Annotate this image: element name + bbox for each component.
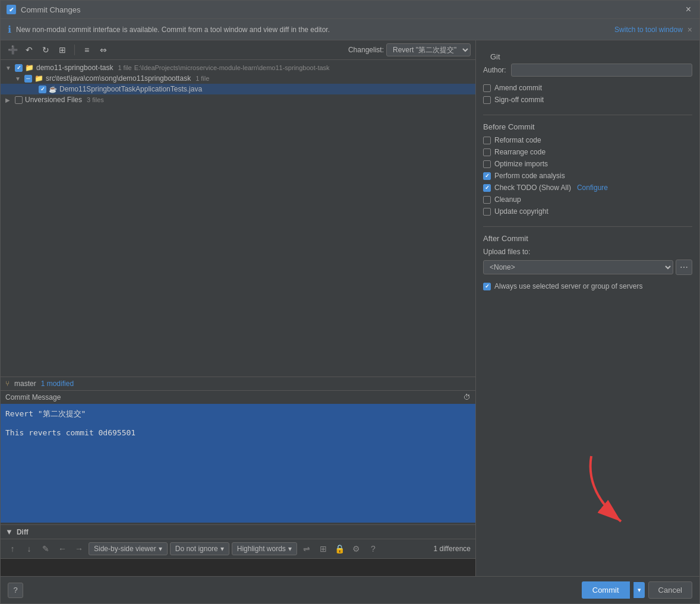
tree-item-file[interactable]: ☕ Demo11SpringbootTaskApplicationTests.j… [1,84,475,94]
amend-commit-checkbox[interactable] [483,84,491,92]
diff-label: Diff [17,528,29,536]
update-copyright-row: Update copyright [483,207,692,216]
file-tree-toolbar: ➕ ↶ ↻ ⊞ ≡ ⇔ Changelist: Revert "第二次提交" [1,40,475,60]
author-label: Author: [483,66,506,74]
tree-item-unversioned[interactable]: ▶ Unversioned Files 3 files [1,94,475,105]
upload-settings-button[interactable]: ⋯ [676,260,692,275]
commit-button[interactable]: Commit [582,581,630,599]
highlight-label: Highlight words [237,545,286,553]
tree-item-src[interactable]: ▼ 📁 src\test\java\com\song\demo11springb… [1,73,475,84]
commit-dropdown-button[interactable]: ▾ [633,582,645,598]
perform-checkbox[interactable] [483,172,491,180]
tree-item-file-name: Demo11SpringbootTaskApplicationTests.jav… [59,85,202,93]
title-bar: ✔ Commit Changes × [1,1,699,19]
author-input[interactable] [511,64,692,77]
author-row: Author: [483,64,692,77]
diff-toolbar: ↑ ↓ ✎ ← → Side-by-side viewer ▾ Do not i… [1,539,475,558]
diff-content [1,558,475,576]
add-button[interactable]: ➕ [5,43,20,57]
checkbox-file[interactable] [39,86,46,93]
commit-message-input[interactable]: Revert "第二次提交" This reverts commit 0d695… [1,404,475,523]
configure-link[interactable]: Configure [577,184,608,192]
cancel-button[interactable]: Cancel [648,581,692,599]
diff-header: ▼ Diff [1,525,475,539]
info-close-button[interactable]: × [688,25,692,34]
reformat-checkbox[interactable] [483,137,491,144]
ignore-dropdown[interactable]: Do not ignore ▾ [170,542,229,555]
folder-icon-2: 📁 [34,74,43,83]
refresh-button[interactable]: ↻ [39,43,53,57]
tree-item-demo11[interactable]: ▼ 📁 demo11-springboot-task 1 file E:\Ide… [1,62,475,73]
tree-item-path: E:\IdeaProjects\microservice-module-lear… [134,64,330,71]
always-checkbox[interactable] [483,283,491,290]
expand-icon-unversioned: ▶ [5,97,12,103]
diff-help-button[interactable]: ? [366,542,380,556]
tree-item-src-count: 1 file [196,75,209,82]
always-label: Always use selected server or group of s… [494,282,642,290]
diff-align-button[interactable]: ⇌ [299,542,314,556]
changelist-select[interactable]: Revert "第二次提交" [386,43,471,56]
reformat-row: Reformat code [483,136,692,144]
update-copyright-label: Update copyright [494,207,548,216]
checkbox-demo11[interactable] [15,64,23,72]
collapse-all-button[interactable]: ⇔ [96,43,111,57]
signoff-commit-label: Sign-off commit [494,96,544,104]
perform-row: Perform code analysis [483,172,692,180]
diff-edit-button[interactable]: ✎ [39,542,53,556]
checkbox-unversioned[interactable] [15,96,23,104]
signoff-commit-checkbox[interactable] [483,96,491,104]
side-by-side-dropdown[interactable]: Side-by-side viewer ▾ [89,542,168,555]
move-button[interactable]: ⊞ [55,43,70,57]
switch-to-tool-window-link[interactable]: Switch to tool window [614,26,683,34]
close-button[interactable]: × [683,4,693,15]
checkbox-src[interactable] [24,75,32,83]
expand-all-button[interactable]: ≡ [80,43,94,57]
before-commit-label: Before Commit [483,122,692,131]
expand-icon: ▼ [5,65,12,71]
diff-prev-button[interactable]: ← [55,542,70,556]
always-row: Always use selected server or group of s… [483,282,692,290]
ignore-label: Do not ignore [175,545,218,553]
diff-next-button[interactable]: → [72,542,86,556]
commit-message-label: Commit Message [5,393,61,401]
dialog-title: Commit Changes [21,5,679,14]
after-commit-divider [483,226,692,227]
tree-item-name: demo11-springboot-task [36,64,113,72]
undo-button[interactable]: ↶ [22,43,36,57]
tree-item-unversioned-name: Unversioned Files [25,96,82,104]
reformat-label: Reformat code [494,136,541,144]
diff-settings-button[interactable]: ⚙ [349,542,364,556]
modified-badge: 1 modified [41,380,74,388]
highlight-dropdown[interactable]: Highlight words ▾ [232,542,297,555]
rearrange-label: Rearrange code [494,148,546,156]
main-area: ➕ ↶ ↻ ⊞ ≡ ⇔ Changelist: Revert "第二次提交" ▼… [1,40,699,576]
file-tree: ▼ 📁 demo11-springboot-task 1 file E:\Ide… [1,60,475,377]
diff-count: 1 difference [434,545,471,553]
right-panel: Git Author: Amend commit Sign-off commit… [476,40,699,576]
diff-columns-button[interactable]: ⊞ [316,542,330,556]
diff-down-button[interactable]: ↓ [22,542,36,556]
diff-expand-icon[interactable]: ▼ [5,527,13,536]
expand-icon-2: ▼ [15,75,22,82]
status-bar: ⑂ master 1 modified [1,377,475,390]
perform-label: Perform code analysis [494,172,565,180]
cleanup-label: Cleanup [494,195,521,204]
check-todo-checkbox[interactable] [483,184,491,192]
help-button[interactable]: ? [8,583,23,598]
changelist-label: Changelist: [348,46,384,54]
optimize-checkbox[interactable] [483,160,491,168]
upload-select[interactable]: <None> [483,260,673,274]
tree-item-count: 1 file [118,64,131,71]
update-copyright-checkbox[interactable] [483,208,491,216]
tree-item-unversioned-count: 3 files [87,96,104,103]
commit-history-icon[interactable]: ⏱ [463,393,471,401]
diff-lock-button[interactable]: 🔒 [333,542,347,556]
commit-message-section: Commit Message ⏱ Revert "第二次提交" This rev… [1,390,475,524]
rearrange-checkbox[interactable] [483,148,491,156]
optimize-row: Optimize imports [483,160,692,168]
diff-up-button[interactable]: ↑ [5,542,20,556]
cleanup-checkbox[interactable] [483,196,491,204]
signoff-commit-row: Sign-off commit [483,96,692,104]
info-icon: ℹ [8,24,11,35]
side-by-side-label: Side-by-side viewer [94,545,156,553]
